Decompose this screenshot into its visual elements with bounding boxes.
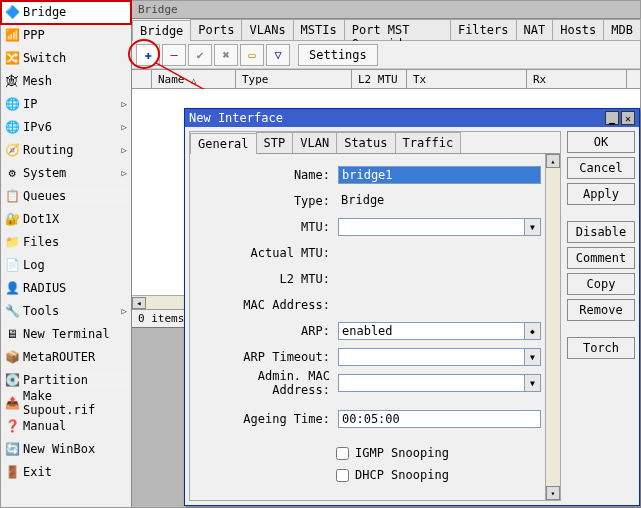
col-index[interactable]: [132, 70, 152, 88]
scroll-up-icon[interactable]: ▴: [546, 154, 560, 168]
cancel-button[interactable]: Cancel: [567, 157, 635, 179]
apply-button[interactable]: Apply: [567, 183, 635, 205]
arp-timeout-input[interactable]: [338, 348, 525, 366]
sidebar-icon: 🌐: [5, 97, 19, 111]
tab-mdb[interactable]: MDB: [603, 19, 641, 40]
ok-button[interactable]: OK: [567, 131, 635, 153]
sidebar-item-routing[interactable]: 🧭Routing▷: [1, 139, 131, 162]
sidebar-item-radius[interactable]: 👤RADIUS: [1, 277, 131, 300]
dhcp-snooping-checkbox[interactable]: [336, 469, 349, 482]
main-tabs: BridgePortsVLANsMSTIsPort MST OverridesF…: [132, 19, 640, 41]
sidebar: 🔷Bridge📶PPP🔀Switch🕸Mesh🌐IP▷🌐IPv6▷🧭Routin…: [1, 1, 132, 507]
mac-value: [338, 296, 541, 314]
sidebar-item-label: PPP: [23, 28, 45, 42]
sidebar-item-mesh[interactable]: 🕸Mesh: [1, 70, 131, 93]
chevron-right-icon: ▷: [122, 306, 127, 316]
dialog-buttons: OK Cancel Apply Disable Comment Copy Rem…: [567, 131, 635, 501]
filter-button[interactable]: ▽: [266, 44, 290, 66]
dialog-tab-stp[interactable]: STP: [256, 132, 294, 153]
type-value: Bridge: [338, 192, 541, 210]
tab-bridge[interactable]: Bridge: [132, 20, 191, 41]
mac-label: MAC Address:: [194, 298, 332, 312]
add-button[interactable]: ✚: [136, 44, 160, 66]
col-l2-mtu[interactable]: L2 MTU: [352, 70, 407, 88]
sidebar-icon: 🕸: [5, 74, 19, 88]
mtu-dropdown-icon[interactable]: ▼: [525, 218, 541, 236]
tab-filters[interactable]: Filters: [450, 19, 517, 40]
col-name[interactable]: Name △: [152, 70, 236, 88]
remove-button[interactable]: Remove: [567, 299, 635, 321]
dialog-tab-traffic[interactable]: Traffic: [395, 132, 462, 153]
sidebar-item-ip[interactable]: 🌐IP▷: [1, 93, 131, 116]
scroll-left-icon[interactable]: ◂: [132, 297, 146, 309]
sidebar-item-label: Queues: [23, 189, 66, 203]
sidebar-item-label: Tools: [23, 304, 59, 318]
sidebar-item-queues[interactable]: 📋Queues: [1, 185, 131, 208]
igmp-snooping-checkbox[interactable]: [336, 447, 349, 460]
sidebar-item-label: Dot1X: [23, 212, 59, 226]
sidebar-item-log[interactable]: 📄Log: [1, 254, 131, 277]
close-icon[interactable]: ✕: [621, 111, 635, 125]
tab-vlans[interactable]: VLANs: [241, 19, 293, 40]
sidebar-item-files[interactable]: 📁Files: [1, 231, 131, 254]
sidebar-icon: ⚙: [5, 166, 19, 180]
settings-button[interactable]: Settings: [298, 44, 378, 66]
sidebar-item-ppp[interactable]: 📶PPP: [1, 24, 131, 47]
col-rx[interactable]: Rx: [527, 70, 627, 88]
copy-button[interactable]: Copy: [567, 273, 635, 295]
sidebar-item-metarouter[interactable]: 📦MetaROUTER: [1, 346, 131, 369]
sidebar-item-label: New Terminal: [23, 327, 110, 341]
dialog-tab-general[interactable]: General: [190, 133, 257, 154]
ageing-label: Ageing Time:: [194, 412, 332, 426]
sidebar-item-dot1x[interactable]: 🔐Dot1X: [1, 208, 131, 231]
col-type[interactable]: Type: [236, 70, 352, 88]
sidebar-item-ipv6[interactable]: 🌐IPv6▷: [1, 116, 131, 139]
sidebar-item-system[interactable]: ⚙System▷: [1, 162, 131, 185]
name-input[interactable]: [338, 166, 541, 184]
sidebar-icon: 🔄: [5, 442, 19, 456]
sidebar-item-new-terminal[interactable]: 🖥New Terminal: [1, 323, 131, 346]
arp-select[interactable]: [338, 322, 525, 340]
dialog-tabs: GeneralSTPVLANStatusTraffic: [190, 132, 560, 154]
sidebar-item-exit[interactable]: 🚪Exit: [1, 461, 131, 484]
dialog-v-scrollbar[interactable]: ▴ ▾: [545, 154, 560, 500]
sidebar-icon: ❓: [5, 419, 19, 433]
arp-dropdown-icon[interactable]: ◆: [525, 322, 541, 340]
enable-button[interactable]: ✔: [188, 44, 212, 66]
tab-ports[interactable]: Ports: [190, 19, 242, 40]
sidebar-item-manual[interactable]: ❓Manual: [1, 415, 131, 438]
comment-button[interactable]: ▭: [240, 44, 264, 66]
dialog-tab-status[interactable]: Status: [336, 132, 395, 153]
sidebar-item-new-winbox[interactable]: 🔄New WinBox: [1, 438, 131, 461]
tab-port-mst-overrides[interactable]: Port MST Overrides: [344, 19, 451, 40]
scroll-down-icon[interactable]: ▾: [546, 486, 560, 500]
sidebar-icon: 💽: [5, 373, 19, 387]
sidebar-item-bridge[interactable]: 🔷Bridge: [1, 1, 131, 24]
tab-hosts[interactable]: Hosts: [552, 19, 604, 40]
sidebar-item-switch[interactable]: 🔀Switch: [1, 47, 131, 70]
arp-timeout-dropdown-icon[interactable]: ▼: [525, 348, 541, 366]
admin-mac-dropdown-icon[interactable]: ▼: [525, 374, 541, 392]
torch-button[interactable]: Torch: [567, 337, 635, 359]
col-tx[interactable]: Tx: [407, 70, 527, 88]
admin-mac-input[interactable]: [338, 374, 525, 392]
tab-mstis[interactable]: MSTIs: [293, 19, 345, 40]
tab-nat[interactable]: NAT: [516, 19, 554, 40]
ageing-input[interactable]: [338, 410, 541, 428]
chevron-right-icon: ▷: [122, 168, 127, 178]
sidebar-item-tools[interactable]: 🔧Tools▷: [1, 300, 131, 323]
dialog-tab-vlan[interactable]: VLAN: [292, 132, 337, 153]
sidebar-item-make-supout-rif[interactable]: 📤Make Supout.rif: [1, 392, 131, 415]
remove-button[interactable]: —: [162, 44, 186, 66]
disable-button[interactable]: Disable: [567, 221, 635, 243]
sidebar-icon: 📤: [5, 396, 19, 410]
sidebar-icon: 📦: [5, 350, 19, 364]
mtu-input[interactable]: [338, 218, 525, 236]
comment-button[interactable]: Comment: [567, 247, 635, 269]
minimize-icon[interactable]: ▁: [605, 111, 619, 125]
sidebar-item-label: Routing: [23, 143, 74, 157]
disable-button[interactable]: ✖: [214, 44, 238, 66]
dialog-titlebar[interactable]: New Interface ▁ ✕: [185, 109, 639, 127]
l2mtu-label: L2 MTU:: [194, 272, 332, 286]
sidebar-icon: 🔐: [5, 212, 19, 226]
